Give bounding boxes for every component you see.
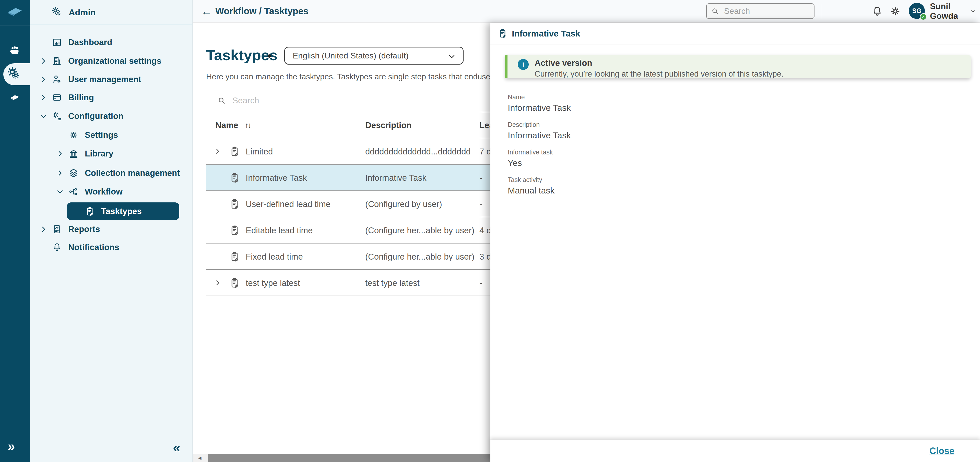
bank-icon (68, 149, 79, 159)
cell-name: User-defined lead time (246, 191, 331, 217)
chevron-down-icon[interactable] (969, 9, 977, 14)
field-value: Manual task (508, 186, 555, 195)
gear-list-icon (52, 111, 62, 121)
scrollbar-thumb[interactable] (208, 454, 490, 462)
cell-description: (Configure her...able by user) (365, 243, 474, 270)
sidebar-item-reports[interactable]: Reports (40, 220, 100, 238)
column-header-name: Name (215, 112, 238, 138)
sort-icon[interactable]: ↑↓ (245, 112, 251, 138)
rail-divider (0, 25, 30, 26)
sidebar-item-collection-management[interactable]: Collection management (56, 164, 180, 182)
field-label: Task activity (508, 176, 555, 184)
clipboard-pencil-icon (85, 206, 95, 216)
panel-header: Informative Task (490, 23, 980, 44)
workflow-branch-icon (68, 187, 79, 197)
global-search-input[interactable] (724, 6, 805, 16)
chevron-right-icon[interactable] (56, 150, 64, 157)
tasktype-detail-panel: Informative Task i Active version Curren… (490, 23, 980, 462)
bell-icon (52, 242, 62, 252)
table-search-input[interactable] (232, 95, 411, 106)
sidebar-item-label: Notifications (68, 243, 119, 252)
user-gear-icon (52, 74, 62, 84)
cell-description: (Configure her...able by user) (365, 217, 474, 243)
sidebar-collapse-button[interactable]: « (173, 441, 180, 454)
chevron-down-icon[interactable] (56, 188, 64, 195)
settings-gear-icon[interactable] (889, 5, 902, 17)
sidebar-item-configuration[interactable]: Configuration (40, 107, 123, 125)
building-icon (52, 56, 62, 66)
tasktype-icon (229, 146, 240, 157)
field-informative-task: Informative task Yes (508, 149, 553, 168)
info-icon: i (518, 59, 529, 70)
sidebar-item-workflow[interactable]: Workflow (56, 183, 123, 201)
chevron-down-icon[interactable] (40, 112, 47, 120)
global-search[interactable] (706, 3, 815, 19)
chevron-right-icon[interactable] (40, 225, 47, 233)
table-row-fixed-lead-time[interactable]: Fixed lead time (Configure her...able by… (206, 243, 490, 270)
sidebar-item-dashboard[interactable]: Dashboard (52, 33, 112, 52)
field-value: Informative Task (508, 103, 571, 113)
chevron-right-icon[interactable] (40, 57, 47, 65)
tasktype-icon (229, 251, 240, 262)
cell-lead-time: 3 da (479, 243, 490, 270)
cell-description: Informative Task (365, 165, 426, 191)
field-label: Description (508, 121, 571, 129)
sidebar-header-admin: Admin (30, 0, 192, 25)
table-search[interactable] (217, 95, 411, 106)
table-row-informative-task[interactable]: Informative Task Informative Task - (206, 165, 490, 191)
notifications-bell-icon[interactable] (871, 5, 883, 17)
tasktype-icon (229, 172, 240, 184)
scroll-left-button[interactable]: ◀ (194, 454, 205, 462)
field-name: Name Informative Task (508, 94, 571, 113)
rail-expand-button[interactable]: » (8, 440, 15, 453)
products-rail-icon[interactable] (8, 91, 21, 104)
table-row-limited[interactable]: Limited dddddddddddddd...ddddddd 7 da (206, 138, 490, 165)
avatar-status-badge: ✓ (920, 13, 927, 21)
sidebar-item-library[interactable]: Library (56, 144, 113, 163)
panel-footer: Close (490, 440, 980, 462)
cell-name: Fixed lead time (246, 243, 303, 270)
table-row-user-defined-lead-time[interactable]: User-defined lead time (Configured by us… (206, 191, 490, 217)
field-description: Description Informative Task (508, 121, 571, 140)
cell-description: (Configured by user) (365, 191, 442, 217)
admin-sidebar: Admin Dashboard Organizational settings … (30, 0, 193, 462)
chevron-right-icon[interactable] (40, 76, 47, 83)
tasktype-icon (229, 198, 240, 210)
topbar-divider (822, 3, 822, 19)
app-rail: » (0, 0, 30, 462)
sidebar-item-notifications[interactable]: Notifications (52, 238, 119, 257)
cell-description: dddddddddddddd...ddddddd (365, 138, 471, 165)
sidebar-item-user-management[interactable]: User management (40, 70, 141, 89)
sidebar-item-label: Library (85, 149, 113, 159)
gear-icon (68, 130, 79, 140)
sidebar-item-tasktypes-active[interactable]: Tasktypes (67, 202, 179, 220)
app-logo-icon[interactable] (6, 5, 24, 18)
admin-gears-icon (52, 7, 62, 17)
chevron-right-icon[interactable] (40, 94, 47, 101)
tasktype-icon (229, 225, 240, 236)
horizontal-scrollbar[interactable]: ◀ (193, 454, 490, 462)
table-row-editable-lead-time[interactable]: Editable lead time (Configure her...able… (206, 217, 490, 243)
cell-name: Informative Task (246, 165, 307, 191)
language-select[interactable]: English (United States) (default) (284, 47, 464, 65)
table-row-test-type-latest[interactable]: test type latest test type latest - (206, 270, 490, 296)
sidebar-item-settings[interactable]: Settings (68, 126, 118, 144)
cell-name: Editable lead time (246, 217, 313, 243)
sidebar-item-organizational-settings[interactable]: Organizational settings (40, 52, 161, 70)
row-expand-chevron-icon[interactable] (214, 148, 221, 155)
sidebar-item-label: Dashboard (68, 38, 112, 47)
admin-rail-icon[interactable] (8, 67, 22, 81)
chevron-right-icon[interactable] (56, 169, 64, 177)
close-button[interactable]: Close (929, 446, 955, 456)
chevron-down-icon (448, 52, 456, 60)
dashboard-icon (52, 37, 62, 48)
teams-rail-icon[interactable] (8, 44, 21, 57)
field-label: Informative task (508, 149, 553, 156)
cell-lead-time: - (479, 270, 482, 296)
back-button[interactable]: ← (201, 0, 212, 22)
breadcrumb: Workflow / Tasktypes (215, 0, 309, 22)
sidebar-item-billing[interactable]: Billing (40, 88, 94, 107)
row-expand-chevron-icon[interactable] (214, 279, 221, 286)
cell-lead-time: 4 da (479, 217, 490, 243)
layers-icon (68, 168, 79, 178)
